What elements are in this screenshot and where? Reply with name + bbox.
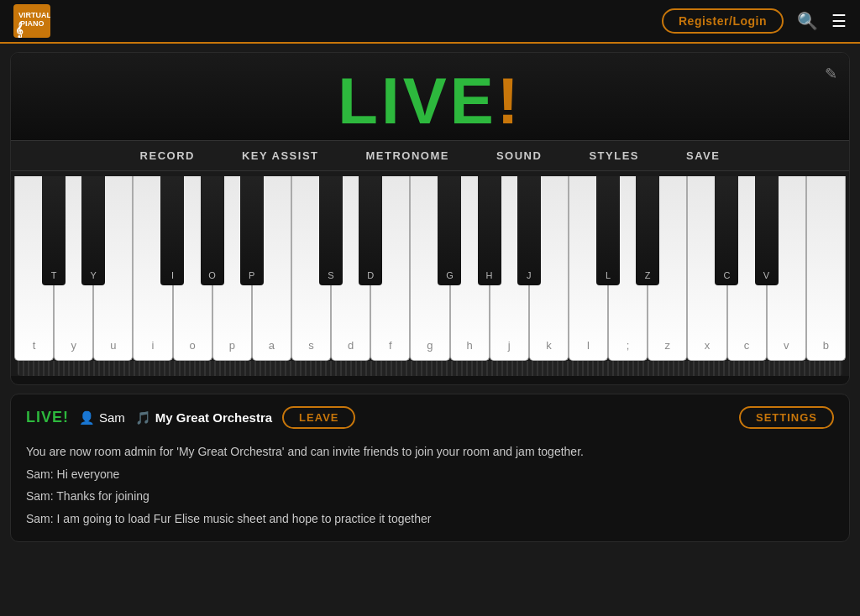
chat-message: You are now room admin for 'My Great Orc…	[26, 441, 834, 463]
live-letter-i: I	[381, 64, 403, 138]
chat-orchestra: 🎵 My Great Orchestra	[135, 410, 272, 425]
black-key-D[interactable]: D	[359, 176, 382, 285]
svg-text:𝄞: 𝄞	[15, 21, 24, 38]
black-key-T[interactable]: T	[42, 176, 66, 285]
chat-live-badge: LIVE!	[26, 409, 69, 426]
black-key-O[interactable]: O	[201, 176, 224, 285]
user-icon: 👤	[79, 410, 95, 425]
piano-bottom-strip	[18, 361, 842, 376]
piano-keys-wrapper: tyuiopasdfghjkl;zxcvbTYIOPSDGHJLZCV	[11, 171, 849, 376]
live-letter-l: L	[338, 64, 381, 138]
header: VIRTUAL PIANO 𝄞 Register/Login 🔍 ☰	[0, 0, 860, 44]
white-keys-row: tyuiopasdfghjkl;zxcvbTYIOPSDGHJLZCV	[14, 176, 846, 361]
live-letter-v: V	[403, 64, 450, 138]
styles-button[interactable]: STYLES	[565, 141, 663, 170]
logo-area: VIRTUAL PIANO 𝄞	[13, 4, 50, 38]
chat-header: LIVE! 👤 Sam 🎵 My Great Orchestra LEAVE S…	[26, 406, 834, 429]
black-key-G[interactable]: G	[438, 176, 461, 285]
live-letter-e: E	[450, 64, 497, 138]
black-key-J[interactable]: J	[517, 176, 541, 285]
settings-button[interactable]: SETTINGS	[739, 406, 834, 429]
black-key-P[interactable]: P	[240, 176, 264, 285]
edit-icon[interactable]: ✎	[825, 65, 837, 83]
search-icon[interactable]: 🔍	[797, 11, 818, 31]
sound-button[interactable]: SOUND	[473, 141, 565, 170]
chat-message: Sam: Thanks for joining	[26, 485, 834, 508]
register-login-button[interactable]: Register/Login	[662, 8, 784, 34]
orchestra-icon: 🎵	[135, 410, 151, 425]
black-key-Z[interactable]: Z	[636, 176, 659, 285]
black-key-S[interactable]: S	[319, 176, 343, 285]
menu-icon[interactable]: ☰	[831, 11, 847, 31]
chat-container: LIVE! 👤 Sam 🎵 My Great Orchestra LEAVE S…	[10, 394, 850, 542]
record-button[interactable]: RECORD	[117, 141, 218, 170]
header-right: Register/Login 🔍 ☰	[662, 8, 847, 34]
orchestra-name: My Great Orchestra	[155, 410, 272, 425]
save-button[interactable]: SAVE	[663, 141, 743, 170]
piano-container: LIVE! ✎ RECORD KEY ASSIST METRONOME SOUN…	[10, 52, 850, 385]
live-banner: LIVE! ✎	[11, 53, 849, 140]
key-assist-button[interactable]: KEY ASSIST	[218, 141, 343, 170]
black-key-I[interactable]: I	[160, 176, 184, 285]
leave-button[interactable]: LEAVE	[282, 406, 355, 429]
svg-text:PIANO: PIANO	[20, 19, 45, 28]
chat-messages: You are now room admin for 'My Great Orc…	[26, 441, 834, 530]
live-exclamation: !	[497, 64, 522, 138]
chat-message: Sam: Hi everyone	[26, 463, 834, 486]
logo-icon: VIRTUAL PIANO 𝄞	[13, 4, 50, 38]
metronome-button[interactable]: METRONOME	[343, 141, 473, 170]
svg-text:VIRTUAL: VIRTUAL	[18, 11, 50, 19]
chat-user: 👤 Sam	[79, 410, 125, 425]
black-key-H[interactable]: H	[478, 176, 501, 285]
live-title: LIVE!	[11, 68, 849, 133]
white-key-b[interactable]: b	[806, 176, 846, 361]
black-key-Y[interactable]: Y	[81, 176, 105, 285]
chat-message: Sam: I am going to load Fur Elise music …	[26, 508, 834, 530]
black-key-L[interactable]: L	[596, 176, 620, 285]
black-key-C[interactable]: C	[715, 176, 738, 285]
piano-toolbar: RECORD KEY ASSIST METRONOME SOUND STYLES…	[11, 140, 849, 171]
user-name: Sam	[99, 410, 125, 425]
black-key-V[interactable]: V	[755, 176, 779, 285]
